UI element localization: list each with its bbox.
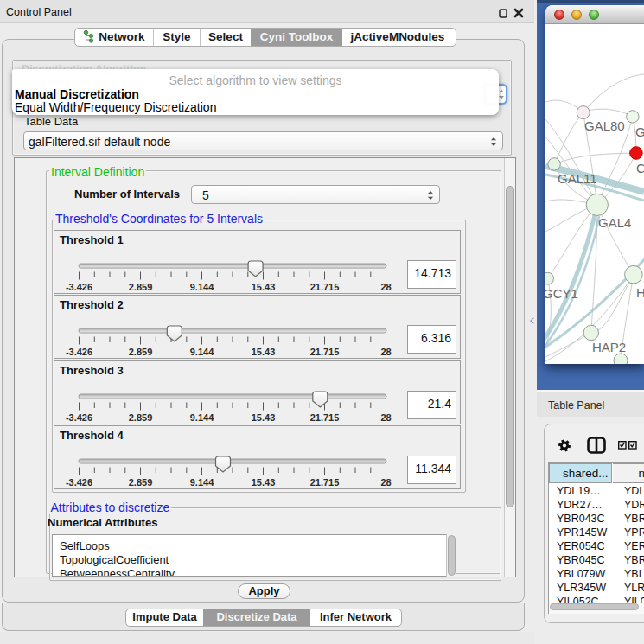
svg-text:H: H bbox=[636, 285, 644, 300]
svg-text:GAL11: GAL11 bbox=[558, 171, 597, 186]
svg-text:C: C bbox=[636, 161, 644, 175]
svg-text:GAL80: GAL80 bbox=[584, 118, 625, 133]
svg-text:GCY1: GCY1 bbox=[545, 286, 578, 301]
svg-text:HAP2: HAP2 bbox=[592, 340, 626, 354]
svg-text:GAL4: GAL4 bbox=[598, 215, 631, 230]
svg-text:G: G bbox=[635, 124, 644, 139]
